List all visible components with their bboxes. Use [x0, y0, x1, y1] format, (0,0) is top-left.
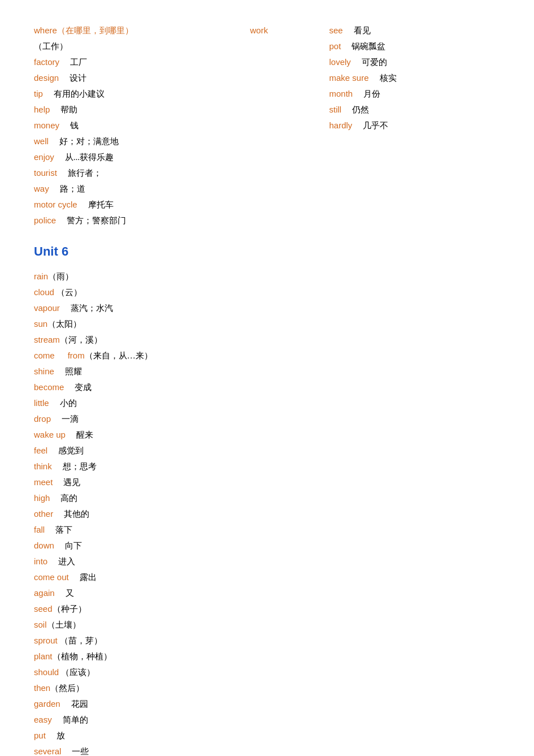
english-word: feel: [34, 446, 47, 455]
unit5-left-col: where（在哪里，到哪里） （工作） factory 工厂 design 设计…: [34, 23, 205, 228]
chinese-meaning: 有用的小建议: [45, 89, 105, 98]
list-item: other 其他的: [34, 506, 500, 522]
english-word: high: [34, 493, 50, 503]
english-word: way: [34, 184, 49, 193]
list-item: sprout （苗，芽）: [34, 633, 500, 649]
list-item: help 帮助: [34, 102, 205, 118]
chinese-meaning: 小的: [51, 399, 77, 408]
list-item: meet 遇见: [34, 474, 500, 490]
list-item: think 想；思考: [34, 459, 500, 474]
vocabulary-page: where（在哪里，到哪里） （工作） factory 工厂 design 设计…: [34, 23, 500, 756]
list-item: factory 工厂: [34, 54, 205, 70]
list-item: again 又: [34, 585, 500, 601]
chinese-meaning: 照耀: [57, 367, 82, 376]
english-word: work: [250, 25, 268, 35]
chinese-meaning: （来自，从…来）: [85, 351, 153, 360]
list-item: lovely 可爱的: [329, 54, 501, 70]
list-item: easy 简单的: [34, 712, 500, 728]
chinese-meaning: （土壤）: [47, 620, 81, 629]
chinese-meaning: 设计: [61, 74, 86, 83]
english-word: see: [329, 25, 343, 35]
chinese-meaning: （应该）: [61, 668, 95, 677]
chinese-meaning: 一些: [63, 747, 89, 756]
english-word: seed: [34, 604, 53, 614]
chinese-meaning: 锅碗瓢盆: [343, 42, 385, 51]
list-item: see 看见: [329, 23, 501, 38]
english-word: sprout: [34, 636, 58, 645]
english-word: stream: [34, 335, 60, 344]
list-item: hardly 几乎不: [329, 118, 501, 133]
english-word: factory: [34, 57, 59, 67]
english-word: enjoy: [34, 152, 54, 162]
chinese-meaning: （然后）: [50, 684, 84, 693]
unit5-middle-col: work: [250, 23, 268, 38]
chinese-meaning: 想；思考: [54, 462, 97, 471]
chinese-meaning: 露出: [71, 573, 97, 582]
list-item: come out 露出: [34, 569, 500, 585]
chinese-meaning: 摩托车: [80, 200, 114, 209]
list-item: become 变成: [34, 379, 500, 395]
list-item: work: [250, 23, 268, 38]
list-item: down 向下: [34, 538, 500, 554]
chinese-meaning: 醒来: [68, 430, 93, 439]
english-word: again: [34, 588, 55, 598]
english-word: easy: [34, 715, 52, 724]
list-item: （工作）: [34, 38, 205, 54]
english-word: little: [34, 398, 49, 408]
english-word: several: [34, 746, 61, 756]
list-item: high 高的: [34, 490, 500, 506]
english-word: police: [34, 215, 56, 225]
chinese-meaning: 旅行者；: [59, 169, 102, 178]
english-word: tourist: [34, 168, 57, 178]
chinese-meaning: （河，溪）: [60, 335, 102, 344]
list-item: shine 照耀: [34, 364, 500, 379]
chinese-meaning: 工厂: [62, 58, 87, 67]
list-item: where（在哪里，到哪里）: [34, 23, 205, 38]
list-item: plant（植物，种植）: [34, 649, 500, 664]
chinese-meaning: （雨）: [48, 272, 73, 281]
list-item: tip 有用的小建议: [34, 86, 205, 102]
english-word: sun: [34, 319, 47, 329]
list-item: garden 花园: [34, 696, 500, 712]
list-item: money 钱: [34, 118, 205, 133]
english-word: should: [34, 667, 59, 677]
chinese-meaning: 感觉到: [50, 446, 84, 455]
english-word: motor cycle: [34, 200, 77, 209]
english-word: plant: [34, 651, 53, 661]
chinese-meaning: 帮助: [52, 105, 77, 114]
english-word: become: [34, 382, 64, 392]
english-word: make sure: [329, 73, 369, 83]
english-word: from: [68, 351, 85, 360]
english-word: soil: [34, 620, 47, 629]
english-word: vapour: [34, 303, 60, 313]
chinese-meaning: 从...获得乐趣: [57, 153, 114, 162]
list-item: still 仍然: [329, 102, 501, 118]
chinese-meaning: 几乎不: [354, 121, 388, 130]
chinese-meaning: （云）: [57, 288, 82, 297]
english-word: tip: [34, 89, 43, 98]
list-item: drop 一滴: [34, 411, 500, 427]
english-word: then: [34, 683, 50, 693]
chinese-meaning: 警方；警察部门: [58, 216, 126, 225]
english-word: still: [329, 105, 342, 114]
list-item: enjoy 从...获得乐趣: [34, 149, 205, 165]
unit6-heading: Unit 6: [34, 241, 500, 263]
unit5-right-col: see 看见 pot 锅碗瓢盆 lovely 可爱的 make sure 核实 …: [329, 23, 501, 228]
chinese-meaning: 落下: [47, 525, 72, 534]
chinese-meaning: 变成: [66, 383, 92, 392]
chinese-meaning: （工作）: [34, 42, 68, 51]
list-item: way 路；道: [34, 181, 205, 197]
chinese-meaning: 月份: [355, 89, 380, 98]
chinese-meaning: 向下: [57, 541, 82, 550]
english-word: hardly: [329, 120, 353, 130]
chinese-meaning: 核实: [371, 74, 397, 83]
list-item: into 进入: [34, 554, 500, 569]
unit6-section: rain（雨） cloud （云） vapour 蒸汽；水汽 sun（太阳） s…: [34, 269, 500, 757]
chinese-meaning: 其他的: [55, 509, 89, 519]
chinese-meaning: 遇见: [55, 478, 80, 487]
chinese-meaning: 路；道: [51, 184, 85, 193]
chinese-meaning: 蒸汽；水汽: [62, 304, 113, 313]
list-item: come from（来自，从…来）: [34, 348, 500, 364]
list-item: pot 锅碗瓢盆: [329, 38, 501, 54]
english-word: drop: [34, 414, 51, 424]
